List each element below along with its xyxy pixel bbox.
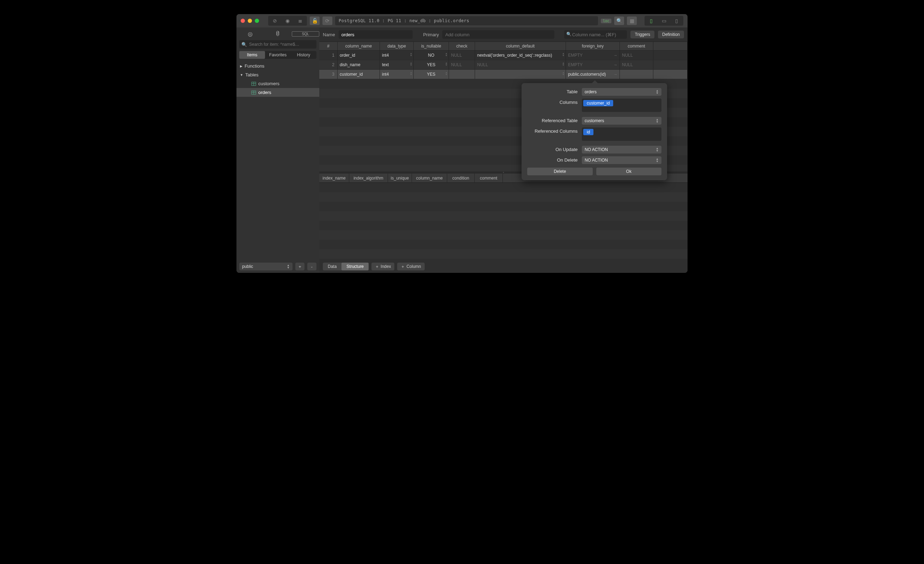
search-icon[interactable]: 🔍 (614, 16, 624, 25)
lock-icon[interactable]: 🔓 (310, 16, 320, 25)
po-onupdate-label: On Update (527, 146, 582, 152)
po-columns-field[interactable]: customer_id (582, 99, 662, 112)
close-window[interactable] (241, 19, 245, 23)
more-button[interactable]: ⌄ (307, 263, 316, 270)
layout-bottom-icon[interactable]: ▭ (658, 16, 670, 25)
layout-group: ▯ ▭ ▯ (645, 16, 683, 26)
titlebar: ⊘ ◉ ≣ 🔓 ⟳ PostgreSQL 11.0 : PG 11 : new_… (237, 14, 687, 27)
primary-label: Primary (423, 32, 439, 37)
main-header: Name Primary 🔍 Triggers Definition (319, 27, 687, 42)
toolbar-group-1: ⊘ ◉ ≣ (268, 16, 307, 26)
database-icon[interactable]: 🛢 (264, 31, 292, 37)
view-segment[interactable]: Data Structure (323, 263, 369, 270)
column-tag[interactable]: id (583, 129, 594, 135)
po-table-label: Table (527, 88, 582, 94)
sidebar-tabs[interactable]: Items Favorites History (239, 51, 316, 59)
sidebar: ◎ 🛢 SQL 🔍 Items Favorites History ▶ Func… (237, 27, 319, 273)
chevron-updown-icon: ▲▼ (656, 90, 658, 94)
chevron-updown-icon: ▲▼ (656, 158, 658, 163)
tree-table-customers[interactable]: customers (237, 79, 319, 88)
tree-functions[interactable]: ▶ Functions (237, 61, 319, 70)
search-icon: 🔍 (566, 32, 572, 37)
column-row[interactable]: 1order_idint4▲▼NO▲▼NULLnextval('orders_o… (319, 51, 687, 60)
po-ok-button[interactable]: Ok (596, 168, 662, 175)
layout-right-icon[interactable]: ▯ (670, 16, 682, 25)
layout-left-icon[interactable]: ▯ (645, 16, 657, 25)
po-onupdate-select[interactable]: NO ACTION ▲▼ (582, 146, 662, 154)
po-columns-label: Columns (527, 99, 582, 105)
sidebar-search-input[interactable] (249, 42, 314, 47)
schema-select[interactable]: public ▲▼ (239, 263, 292, 270)
columns-header: # column_name data_type is_nullable chec… (319, 42, 687, 51)
list-icon[interactable]: ≣ (294, 16, 306, 25)
chevron-updown-icon: ▲▼ (287, 264, 290, 269)
seg-structure[interactable]: Structure (342, 263, 369, 270)
traffic-lights (241, 19, 259, 23)
tab-history[interactable]: History (291, 51, 316, 59)
add-column-button[interactable]: ＋Column (397, 263, 424, 270)
chevron-updown-icon: ▲▼ (656, 147, 658, 152)
table-icon (251, 81, 256, 86)
column-search-input[interactable] (564, 30, 627, 39)
sidebar-search[interactable]: 🔍 (239, 40, 316, 49)
breadcrumb[interactable]: PostgreSQL 11.0 : PG 11 : new_db : publi… (335, 16, 598, 25)
table-name-input[interactable] (339, 30, 412, 39)
cancel-icon[interactable]: ⊘ (269, 16, 281, 25)
seg-data[interactable]: Data (323, 263, 342, 270)
po-refcols-field[interactable]: id (582, 127, 662, 141)
po-reftable-select[interactable]: customers ▲▼ (582, 117, 662, 125)
po-ondelete-label: On Delete (527, 156, 582, 163)
main-footer: Data Structure ＋Index ＋Column (319, 260, 687, 273)
tree-tables[interactable]: ▼ Tables (237, 70, 319, 79)
definition-button[interactable]: Definition (658, 31, 684, 38)
columns-body: 1order_idint4▲▼NO▲▼NULLnextval('orders_o… (319, 51, 687, 79)
add-index-button[interactable]: ＋Index (371, 263, 394, 270)
column-tag[interactable]: customer_id (583, 100, 613, 106)
sql-icon[interactable]: SQL (292, 31, 319, 37)
app-window: ⊘ ◉ ≣ 🔓 ⟳ PostgreSQL 11.0 : PG 11 : new_… (237, 14, 687, 273)
po-delete-button[interactable]: Delete (527, 168, 593, 175)
search-icon: 🔍 (242, 42, 247, 47)
triggers-button[interactable]: Triggers (630, 31, 654, 38)
tab-favorites[interactable]: Favorites (265, 51, 291, 59)
grid-icon[interactable]: ▦ (627, 16, 637, 25)
fk-popover: Table orders ▲▼ Columns customer_id Refe… (522, 83, 667, 180)
po-ondelete-select[interactable]: NO ACTION ▲▼ (582, 156, 662, 164)
po-reftable-label: Referenced Table (527, 117, 582, 123)
tree-table-orders[interactable]: orders (237, 88, 319, 97)
sidebar-mode-tabs: ◎ 🛢 SQL (237, 27, 319, 40)
sidebar-tree: ▶ Functions ▼ Tables customers orders (237, 61, 319, 260)
zoom-window[interactable] (255, 19, 259, 23)
sidebar-footer: public ▲▼ + ⌄ (237, 260, 319, 273)
po-refcols-label: Referenced Columns (527, 127, 582, 134)
name-label: Name (323, 32, 335, 37)
primary-input[interactable] (442, 30, 554, 39)
location-badge: loc (601, 19, 611, 23)
chevron-right-icon: ▶ (240, 64, 243, 68)
eye-icon[interactable]: ◉ (282, 16, 294, 25)
indexes-empty (319, 183, 687, 260)
column-row[interactable]: 3customer_idint4▲▼YES▲▼▲▼public.customer… (319, 70, 687, 79)
add-button[interactable]: + (296, 263, 304, 270)
tab-items[interactable]: Items (239, 51, 265, 59)
minimize-window[interactable] (248, 19, 252, 23)
chevron-down-icon: ▼ (240, 73, 243, 77)
refresh-icon[interactable]: ⟳ (322, 16, 332, 25)
table-icon (251, 90, 256, 95)
chevron-updown-icon: ▲▼ (656, 118, 658, 123)
po-table-select[interactable]: orders ▲▼ (582, 88, 662, 96)
connection-icon[interactable]: ◎ (237, 31, 264, 37)
column-row[interactable]: 2dish_nametext▲▼YES▲▼NULLNULL▲▼EMPTY→NUL… (319, 60, 687, 70)
